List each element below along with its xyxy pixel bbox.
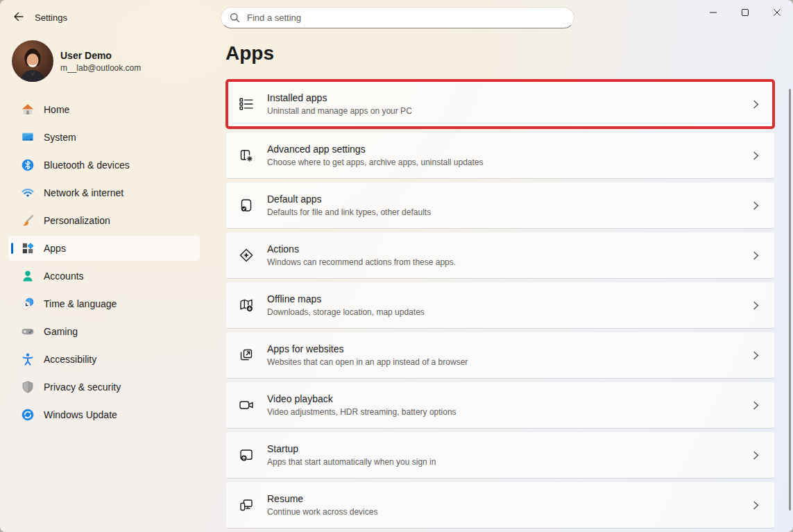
card-subtitle: Defaults for file and link types, other …	[267, 207, 431, 217]
settings-card-installed-apps[interactable]: Installed apps Uninstall and manage apps…	[225, 79, 775, 129]
back-arrow-icon	[12, 10, 24, 23]
settings-card-offline-maps[interactable]: Offline maps Downloads, storage location…	[225, 282, 775, 329]
sidebar-item-gaming[interactable]: Gaming	[8, 319, 200, 344]
settings-card-list: Installed apps Uninstall and manage apps…	[225, 79, 775, 529]
sidebar-item-label: Privacy & security	[44, 381, 121, 393]
chevron-right-icon	[751, 301, 760, 310]
sidebar-item-label: Accessibility	[44, 354, 96, 365]
maximize-button[interactable]	[729, 0, 761, 25]
sidebar-item-label: System	[44, 132, 76, 143]
installed-apps-icon	[237, 95, 255, 113]
settings-card-video-playback[interactable]: Video playback Video adjustments, HDR st…	[225, 381, 775, 429]
sidebar-item-system[interactable]: System	[8, 125, 200, 150]
chevron-right-icon	[751, 451, 760, 460]
vertical-scrollbar[interactable]	[789, 89, 791, 510]
close-button[interactable]	[761, 0, 793, 25]
chevron-right-icon	[751, 151, 760, 160]
system-icon	[21, 130, 35, 144]
settings-card-advanced-app-settings[interactable]: Advanced app settings Choose where to ge…	[225, 132, 775, 179]
page-title: Apps	[225, 42, 775, 65]
accounts-icon	[21, 269, 35, 283]
card-title: Video playback	[267, 393, 457, 404]
sidebar-item-network[interactable]: Network & internet	[8, 180, 200, 205]
sidebar-item-label: Accounts	[44, 271, 84, 282]
main-content: Apps Installed apps Uninstall and manage…	[208, 33, 793, 532]
personalization-icon	[21, 214, 35, 228]
card-subtitle: Websites that can open in an app instead…	[267, 357, 468, 367]
advanced-app-settings-icon	[237, 146, 255, 164]
sidebar-item-label: Network & internet	[44, 187, 123, 198]
settings-window: Settings	[0, 0, 793, 532]
sidebar-item-label: Gaming	[44, 326, 78, 337]
apps-icon	[21, 241, 35, 255]
card-subtitle: Windows can recommend actions from these…	[267, 257, 456, 267]
sidebar-item-home[interactable]: Home	[8, 97, 200, 122]
card-title: Offline maps	[267, 293, 425, 304]
minimize-button[interactable]	[697, 0, 729, 25]
default-apps-icon	[237, 196, 255, 214]
settings-card-actions[interactable]: Actions Windows can recommend actions fr…	[225, 232, 775, 279]
windows-update-icon	[21, 408, 35, 422]
resume-icon	[237, 496, 255, 514]
card-title: Startup	[267, 443, 436, 454]
network-icon	[21, 186, 35, 200]
sidebar-item-privacy-security[interactable]: Privacy & security	[8, 375, 200, 400]
chevron-right-icon	[751, 501, 760, 510]
sidebar-item-bluetooth[interactable]: Bluetooth & devices	[8, 153, 200, 178]
card-title: Apps for websites	[267, 343, 468, 354]
sidebar: User Demo m__lab@outlook.com Home System	[0, 33, 208, 532]
settings-card-apps-for-websites[interactable]: Apps for websites Websites that can open…	[225, 332, 775, 379]
card-title: Default apps	[267, 194, 431, 205]
user-name: User Demo	[60, 50, 141, 61]
card-title: Advanced app settings	[267, 144, 484, 155]
sidebar-item-label: Time & language	[44, 298, 117, 309]
home-icon	[21, 103, 35, 117]
chevron-right-icon	[751, 351, 760, 360]
startup-icon	[237, 446, 255, 464]
sidebar-item-label: Apps	[44, 243, 66, 254]
card-title: Installed apps	[267, 92, 412, 103]
bluetooth-icon	[21, 158, 35, 172]
settings-card-startup[interactable]: Startup Apps that start automatically wh…	[225, 431, 775, 479]
sidebar-nav: Home System Bluetooth & devices Network …	[8, 97, 200, 427]
back-button[interactable]	[6, 5, 31, 28]
avatar	[12, 40, 53, 82]
search-icon	[230, 12, 240, 23]
user-email: m__lab@outlook.com	[60, 63, 141, 73]
search-box[interactable]	[221, 7, 574, 28]
sidebar-item-time-language[interactable]: Time & language	[8, 291, 200, 316]
sidebar-item-windows-update[interactable]: Windows Update	[8, 402, 200, 427]
chevron-right-icon	[751, 251, 760, 260]
card-subtitle: Video adjustments, HDR streaming, batter…	[267, 407, 457, 417]
card-subtitle: Choose where to get apps, archive apps, …	[267, 157, 484, 167]
video-playback-icon	[237, 396, 255, 414]
card-subtitle: Uninstall and manage apps on your PC	[267, 106, 412, 116]
sidebar-item-accessibility[interactable]: Accessibility	[8, 347, 200, 372]
sidebar-item-label: Windows Update	[44, 409, 117, 420]
sidebar-item-apps[interactable]: Apps	[8, 236, 200, 261]
card-title: Resume	[267, 493, 377, 504]
sidebar-item-accounts[interactable]: Accounts	[8, 264, 200, 289]
settings-card-default-apps[interactable]: Default apps Defaults for file and link …	[225, 182, 775, 229]
apps-for-websites-icon	[237, 346, 255, 364]
titlebar: Settings	[0, 0, 793, 33]
accessibility-icon	[21, 352, 35, 366]
actions-icon	[237, 246, 255, 264]
search-input[interactable]	[247, 12, 565, 23]
sidebar-item-label: Home	[44, 104, 69, 115]
offline-maps-icon	[237, 296, 255, 314]
sidebar-item-personalization[interactable]: Personalization	[8, 208, 200, 233]
card-title: Actions	[267, 243, 456, 255]
card-subtitle: Apps that start automatically when you s…	[267, 457, 436, 467]
app-title: Settings	[35, 12, 67, 23]
chevron-right-icon	[751, 100, 760, 109]
card-subtitle: Downloads, storage location, map updates	[267, 307, 425, 317]
gaming-icon	[21, 325, 35, 338]
settings-card-resume[interactable]: Resume Continue work across devices	[225, 481, 775, 529]
window-controls	[697, 0, 793, 25]
user-profile[interactable]: User Demo m__lab@outlook.com	[12, 40, 200, 82]
card-subtitle: Continue work across devices	[267, 507, 377, 517]
chevron-right-icon	[751, 401, 760, 410]
sidebar-item-label: Personalization	[44, 215, 110, 226]
privacy-icon	[21, 380, 35, 394]
